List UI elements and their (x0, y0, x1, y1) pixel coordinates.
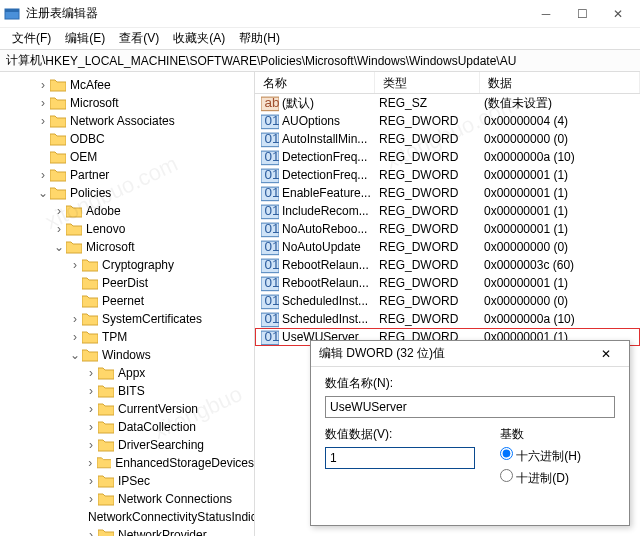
tree-item[interactable]: ›TPM (0, 328, 254, 346)
value-row[interactable]: 011DetectionFreq...REG_DWORD0x00000001 (… (255, 166, 640, 184)
tree-item[interactable]: NetworkConnectivityStatusIndicator (0, 508, 254, 526)
value-data-field[interactable] (325, 447, 475, 469)
value-type: REG_DWORD (379, 114, 484, 128)
folder-icon (98, 384, 114, 398)
value-row[interactable]: 011ScheduledInst...REG_DWORD0x00000000 (… (255, 292, 640, 310)
tree-item[interactable]: OEM (0, 148, 254, 166)
expand-icon[interactable]: ⌄ (68, 348, 82, 362)
close-button[interactable]: ✕ (600, 0, 636, 28)
menu-favorites[interactable]: 收藏夹(A) (167, 28, 231, 49)
folder-icon (82, 330, 98, 344)
tree-item[interactable]: ›BITS (0, 382, 254, 400)
expand-icon[interactable]: › (84, 366, 98, 380)
menu-file[interactable]: 文件(F) (6, 28, 57, 49)
tree-item[interactable]: ›Appx (0, 364, 254, 382)
tree-item-label: McAfee (70, 78, 111, 92)
tree-item[interactable]: ⌄Microsoft (0, 238, 254, 256)
expand-icon[interactable]: ⌄ (52, 240, 66, 254)
expand-icon[interactable]: › (84, 528, 98, 536)
expand-icon[interactable]: › (84, 402, 98, 416)
expand-icon[interactable]: › (84, 474, 98, 488)
tree-item[interactable]: ›NetworkProvider (0, 526, 254, 536)
expand-icon[interactable]: › (36, 114, 50, 128)
tree-item-label: IPSec (118, 474, 150, 488)
expand-icon[interactable]: › (84, 420, 98, 434)
col-header-data[interactable]: 数据 (480, 72, 640, 93)
binary-icon: 011 (261, 186, 279, 200)
binary-icon: 011 (261, 312, 279, 326)
dialog-close-button[interactable]: ✕ (591, 347, 621, 361)
expand-icon[interactable]: ⌄ (36, 186, 50, 200)
value-name-field[interactable] (325, 396, 615, 418)
titlebar: 注册表编辑器 ─ ☐ ✕ (0, 0, 640, 28)
minimize-button[interactable]: ─ (528, 0, 564, 28)
tree-item-label: Policies (70, 186, 111, 200)
value-row[interactable]: 011EnableFeature...REG_DWORD0x00000001 (… (255, 184, 640, 202)
radio-dec[interactable]: 十进制(D) (500, 469, 581, 487)
radio-hex[interactable]: 十六进制(H) (500, 447, 581, 465)
expand-icon[interactable]: › (36, 96, 50, 110)
tree-item[interactable]: PeerDist (0, 274, 254, 292)
maximize-button[interactable]: ☐ (564, 0, 600, 28)
value-type: REG_DWORD (379, 150, 484, 164)
tree-item[interactable]: ›IPSec (0, 472, 254, 490)
tree-item[interactable]: ›Cryptography (0, 256, 254, 274)
tree-item[interactable]: ›CurrentVersion (0, 400, 254, 418)
expand-icon[interactable]: › (36, 168, 50, 182)
tree-item[interactable]: ›Partner (0, 166, 254, 184)
tree-item[interactable]: ›Microsoft (0, 94, 254, 112)
tree-item[interactable]: ›DataCollection (0, 418, 254, 436)
value-row[interactable]: ab(默认)REG_SZ(数值未设置) (255, 94, 640, 112)
col-header-type[interactable]: 类型 (375, 72, 480, 93)
expand-icon[interactable]: › (52, 222, 66, 236)
value-data: 0x00000000 (0) (484, 132, 640, 146)
menu-edit[interactable]: 编辑(E) (59, 28, 111, 49)
address-bar[interactable]: 计算机\HKEY_LOCAL_MACHINE\SOFTWARE\Policies… (0, 50, 640, 72)
expand-icon[interactable]: › (52, 204, 66, 218)
expand-icon[interactable]: › (68, 330, 82, 344)
value-row[interactable]: 011IncludeRecom...REG_DWORD0x00000001 (1… (255, 202, 640, 220)
expand-icon[interactable]: › (68, 312, 82, 326)
tree-item[interactable]: Peernet (0, 292, 254, 310)
tree-item[interactable]: ODBC (0, 130, 254, 148)
tree-item[interactable]: ⌄Windows (0, 346, 254, 364)
menubar: 文件(F) 编辑(E) 查看(V) 收藏夹(A) 帮助(H) (0, 28, 640, 50)
value-row[interactable]: 011NoAutoReboo...REG_DWORD0x00000001 (1) (255, 220, 640, 238)
value-row[interactable]: 011ScheduledInst...REG_DWORD0x0000000a (… (255, 310, 640, 328)
svg-text:011: 011 (264, 204, 279, 218)
tree-item[interactable]: ›Lenovo (0, 220, 254, 238)
tree-item[interactable]: ›Network Associates (0, 112, 254, 130)
col-header-name[interactable]: 名称 (255, 72, 375, 93)
tree-item[interactable]: ›DriverSearching (0, 436, 254, 454)
value-row[interactable]: 011NoAutoUpdateREG_DWORD0x00000000 (0) (255, 238, 640, 256)
tree-item[interactable]: ⌄Policies (0, 184, 254, 202)
tree-item[interactable]: ›SystemCertificates (0, 310, 254, 328)
list-header: 名称 类型 数据 (255, 72, 640, 94)
tree-pane[interactable]: ›McAfee›Microsoft›Network Associates ODB… (0, 72, 255, 536)
binary-icon: 011 (261, 294, 279, 308)
value-data: 0x00000001 (1) (484, 186, 640, 200)
binary-icon: 011 (261, 276, 279, 290)
folder-icon (66, 222, 82, 236)
tree-item[interactable]: ›Network Connections (0, 490, 254, 508)
tree-item[interactable]: ›McAfee (0, 76, 254, 94)
tree-item-label: BITS (118, 384, 145, 398)
expand-icon[interactable]: › (68, 258, 82, 272)
value-row[interactable]: 011RebootRelaun...REG_DWORD0x0000003c (6… (255, 256, 640, 274)
expand-icon[interactable]: › (84, 384, 98, 398)
value-data: 0x0000003c (60) (484, 258, 640, 272)
value-row[interactable]: 011AutoInstallMin...REG_DWORD0x00000000 … (255, 130, 640, 148)
value-row[interactable]: 011DetectionFreq...REG_DWORD0x0000000a (… (255, 148, 640, 166)
menu-view[interactable]: 查看(V) (113, 28, 165, 49)
value-row[interactable]: 011RebootRelaun...REG_DWORD0x00000001 (1… (255, 274, 640, 292)
menu-help[interactable]: 帮助(H) (233, 28, 286, 49)
expand-icon[interactable]: › (84, 456, 97, 470)
value-row[interactable]: 011AUOptionsREG_DWORD0x00000004 (4) (255, 112, 640, 130)
expand-icon[interactable]: › (84, 438, 98, 452)
folder-icon (50, 78, 66, 92)
expand-icon[interactable]: › (84, 492, 98, 506)
expand-icon[interactable]: › (36, 78, 50, 92)
tree-item[interactable]: ›EnhancedStorageDevices (0, 454, 254, 472)
tree-item[interactable]: ›Adobe (0, 202, 254, 220)
svg-text:011: 011 (264, 258, 279, 272)
